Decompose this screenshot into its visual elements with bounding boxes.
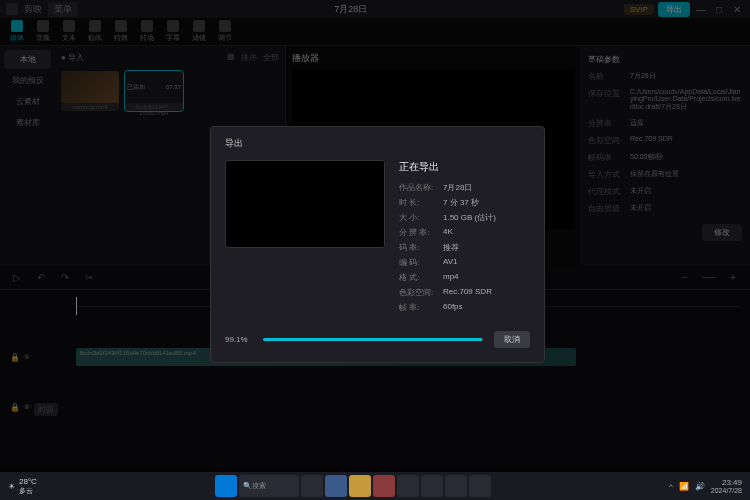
- modal-header: 导出: [225, 137, 530, 150]
- progress-percent: 99.1%: [225, 335, 253, 344]
- cancel-button[interactable]: 取消: [494, 331, 530, 348]
- taskbar-app[interactable]: [469, 475, 491, 497]
- export-status: 正在导出: [399, 160, 530, 174]
- weather-text: 多云: [19, 486, 37, 496]
- taskbar-app[interactable]: [325, 475, 347, 497]
- taskbar-app[interactable]: [445, 475, 467, 497]
- temperature: 28°C: [19, 477, 37, 486]
- start-button[interactable]: [215, 475, 237, 497]
- export-modal: 导出 正在导出 作品名称:7月28日 时 长:7 分 37 秒 大 小:1.50…: [210, 126, 545, 363]
- tray-chevron-icon[interactable]: ^: [669, 482, 673, 491]
- clock-time[interactable]: 23:49: [711, 478, 742, 487]
- export-preview: [225, 160, 385, 248]
- tray-wifi-icon[interactable]: 📶: [679, 482, 689, 491]
- weather-icon[interactable]: ☀: [8, 482, 15, 491]
- taskbar-app[interactable]: [421, 475, 443, 497]
- search-button[interactable]: 🔍搜索: [239, 475, 299, 497]
- progress-bar: [263, 338, 484, 341]
- windows-taskbar: ☀ 28°C 多云 🔍搜索 ^ 📶 🔊 23:49 2024/7/28: [0, 472, 750, 500]
- taskbar-app[interactable]: [301, 475, 323, 497]
- clock-date[interactable]: 2024/7/28: [711, 487, 742, 494]
- taskbar-app[interactable]: [373, 475, 395, 497]
- taskbar-app[interactable]: [397, 475, 419, 497]
- taskbar-app[interactable]: [349, 475, 371, 497]
- tray-volume-icon[interactable]: 🔊: [695, 482, 705, 491]
